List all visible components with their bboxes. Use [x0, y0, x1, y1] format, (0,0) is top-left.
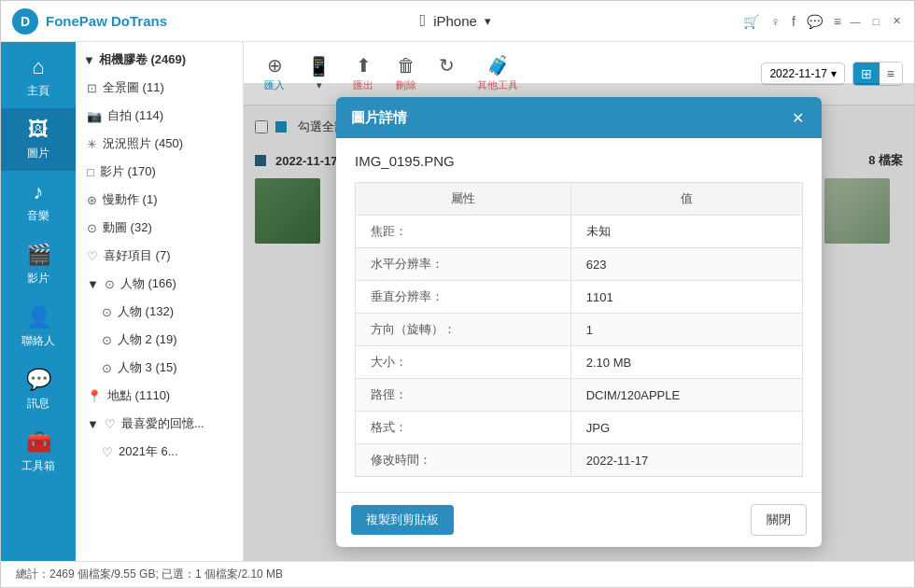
videos-icon: 🎬: [26, 243, 51, 267]
sidebar-item-photos[interactable]: 🖼 圖片: [1, 108, 76, 171]
modal-table: 屬性 值 焦距：未知水平分辨率：623垂直分辨率：1101方向（旋轉）：1大小：…: [355, 182, 803, 477]
category-people1-label: 人物 (132): [118, 303, 174, 320]
category-header[interactable]: ▼ 相機膠卷 (2469): [76, 46, 243, 74]
table-row: 格式：JPG: [356, 412, 803, 444]
apple-icon: : [420, 11, 427, 31]
import-icon: ⊕: [267, 54, 283, 77]
modal-close-button[interactable]: ✕: [788, 108, 807, 127]
device-selector[interactable]:  iPhone ▾: [167, 11, 743, 31]
table-row: 焦距：未知: [356, 216, 803, 248]
category-selfie[interactable]: 📷 自拍 (114): [76, 102, 243, 130]
modal-footer: 複製到剪貼板 關閉: [336, 492, 822, 547]
sidebar-label-messages: 訊息: [27, 396, 49, 412]
category-people2[interactable]: ⊙ 人物 2 (19): [76, 326, 243, 354]
category-gif[interactable]: ⊙ 動圖 (32): [76, 214, 243, 242]
table-row: 路徑：DCIM/120APPLE: [356, 379, 803, 412]
value-cell: 未知: [570, 216, 802, 248]
category-video[interactable]: □ 影片 (170): [76, 158, 243, 186]
message-icon[interactable]: 💬: [807, 14, 823, 29]
value-cell: 1: [570, 314, 802, 346]
sidebar: ⌂ 主頁 🖼 圖片 ♪ 音樂 🎬 影片 👤 聯絡人 💬 訊息: [1, 42, 76, 561]
category-places-label: 地點 (1110): [107, 387, 170, 404]
attr-cell: 方向（旋轉）：: [356, 314, 571, 346]
cart-icon[interactable]: 🛒: [743, 14, 759, 29]
modal-overlay: 圖片詳情 ✕ IMG_0195.PNG 屬性 值: [244, 83, 914, 561]
modal-close-footer-button[interactable]: 關閉: [751, 504, 807, 536]
sidebar-item-contacts[interactable]: 👤 聯絡人: [1, 296, 76, 358]
list-view-button[interactable]: ≡: [880, 63, 902, 85]
category-people3[interactable]: ⊙ 人物 3 (15): [76, 354, 243, 382]
menu-icon[interactable]: ≡: [834, 14, 841, 29]
attr-cell: 焦距：: [356, 216, 571, 248]
sync-icon: ↻: [439, 54, 455, 77]
table-row: 方向（旋轉）：1: [356, 314, 803, 346]
category-video-label: 影片 (170): [100, 163, 156, 180]
modal-header: 圖片詳情 ✕: [336, 97, 822, 138]
title-bar: D FonePaw DoTrans  iPhone ▾ 🛒 ♀ f 💬 ≡ —…: [1, 1, 914, 42]
grid-view-button[interactable]: ⊞: [853, 63, 880, 85]
app-window: D FonePaw DoTrans  iPhone ▾ 🛒 ♀ f 💬 ≡ —…: [0, 0, 915, 588]
sidebar-item-toolbox[interactable]: 🧰 工具箱: [1, 421, 76, 483]
value-cell: 623: [570, 248, 802, 281]
device-name: iPhone: [433, 13, 477, 29]
sidebar-item-videos[interactable]: 🎬 影片: [1, 233, 76, 296]
status-bar: 總計：2469 個檔案/9.55 GB; 已選：1 個檔案/2.10 MB: [1, 561, 914, 587]
sidebar-label-videos: 影片: [27, 271, 49, 287]
category-slowmo[interactable]: ⊛ 慢動作 (1): [76, 186, 243, 214]
category-live-label: 況況照片 (450): [103, 135, 183, 152]
home-icon: ⌂: [32, 55, 44, 79]
people-expand-arrow: ▼: [87, 277, 99, 291]
people-icon: ⊙: [105, 277, 115, 291]
category-live[interactable]: ✳ 況況照片 (450): [76, 130, 243, 158]
date-dropdown-icon: ▾: [831, 67, 837, 80]
sidebar-label-toolbox: 工具箱: [21, 458, 55, 474]
category-favorites[interactable]: ♡ 喜好項目 (7): [76, 242, 243, 270]
category-people3-label: 人物 3 (15): [118, 359, 177, 376]
value-cell: 2.10 MB: [570, 346, 802, 379]
category-panorama[interactable]: ⊡ 全景圖 (11): [76, 74, 243, 102]
category-people[interactable]: ▼ ⊙ 人物 (166): [76, 270, 243, 298]
value-cell: 2022-11-17: [570, 444, 802, 477]
date-picker[interactable]: 2022-11-17 ▾: [761, 63, 844, 85]
category-favorites-label: 喜好項目 (7): [104, 247, 171, 264]
table-row: 修改時間：2022-11-17: [356, 444, 803, 477]
status-text: 總計：2469 個檔案/9.55 GB; 已選：1 個檔案/2.10 MB: [16, 567, 283, 582]
photos-icon: 🖼: [28, 118, 49, 142]
copy-to-clipboard-button[interactable]: 複製到剪貼板: [351, 505, 454, 535]
music-icon: ♪: [34, 180, 44, 204]
date-value: 2022-11-17: [769, 67, 826, 80]
sidebar-item-home[interactable]: ⌂ 主頁: [1, 46, 76, 108]
sidebar-item-messages[interactable]: 💬 訊息: [1, 358, 76, 421]
device-dropdown-icon[interactable]: ▾: [485, 14, 491, 28]
maximize-button[interactable]: □: [869, 15, 882, 28]
modal-body: IMG_0195.PNG 屬性 值 焦距：未知水平分辨率：623垂直分辨率：11…: [336, 138, 822, 492]
facebook-icon[interactable]: f: [792, 14, 795, 29]
user-icon[interactable]: ♀: [770, 14, 781, 29]
2021-icon: ♡: [102, 445, 113, 459]
attr-cell: 路徑：: [356, 379, 571, 412]
app-logo: D: [12, 8, 38, 35]
category-people2-label: 人物 2 (19): [118, 331, 177, 348]
logo-letter: D: [21, 14, 30, 29]
close-button[interactable]: ✕: [890, 15, 903, 28]
slowmo-icon: ⊛: [87, 193, 97, 207]
category-people-label: 人物 (166): [120, 275, 176, 292]
selfie-icon: 📷: [87, 109, 102, 123]
other-icon: 🧳: [486, 54, 510, 77]
value-cell: 1101: [570, 281, 802, 314]
attr-cell: 修改時間：: [356, 444, 571, 477]
attr-cell: 水平分辨率：: [356, 248, 571, 281]
category-memories[interactable]: ▼ ♡ 最喜愛的回憶...: [76, 410, 243, 438]
sidebar-label-music: 音樂: [27, 208, 49, 224]
attr-cell: 格式：: [356, 412, 571, 444]
minimize-button[interactable]: —: [849, 15, 862, 28]
collapse-arrow: ▼: [83, 53, 95, 67]
category-people1[interactable]: ⊙ 人物 (132): [76, 298, 243, 326]
category-places[interactable]: 📍 地點 (1110): [76, 382, 243, 410]
category-panel: ▼ 相機膠卷 (2469) ⊡ 全景圖 (11) 📷 自拍 (114) ✳ 況況…: [76, 42, 244, 561]
sidebar-item-music[interactable]: ♪ 音樂: [1, 171, 76, 233]
live-icon: ✳: [87, 137, 97, 151]
col-value: 值: [570, 183, 802, 216]
messages-icon: 💬: [26, 368, 51, 392]
category-2021[interactable]: ♡ 2021年 6...: [76, 438, 243, 466]
